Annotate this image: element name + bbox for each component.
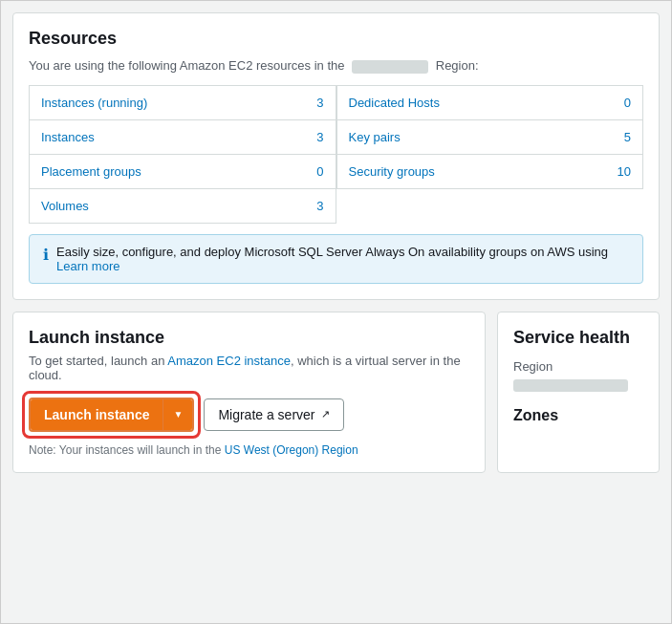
buttons-row: Launch instance ▼ Migrate a server ↗ [29,398,469,432]
ec2-link[interactable]: Amazon EC2 instance [167,354,291,368]
region-redacted [352,60,428,74]
security-groups-count: 10 [618,164,631,179]
launch-btn-wrapper: Launch instance ▼ [29,398,194,432]
launch-instance-button[interactable]: Launch instance [31,399,163,430]
resource-item-instances-running[interactable]: Instances (running) 3 [29,85,336,120]
outer-container: Resources You are using the following Am… [0,0,672,624]
external-link-icon: ↗ [321,408,330,420]
resource-right-column: Dedicated Hosts 0 Key pairs 5 Security g… [336,85,644,223]
launch-btn-outer: Launch instance ▼ [29,398,194,432]
chevron-down-icon: ▼ [173,409,183,420]
migrate-server-button[interactable]: Migrate a server ↗ [204,398,343,431]
bottom-row: Launch instance To get started, launch a… [12,312,660,473]
placement-groups-link[interactable]: Placement groups [41,164,141,179]
resource-item-dedicated-hosts[interactable]: Dedicated Hosts 0 [336,85,644,120]
resource-item-volumes[interactable]: Volumes 3 [29,188,336,224]
dedicated-hosts-link[interactable]: Dedicated Hosts [349,96,440,110]
region-label: Region [513,359,643,374]
resource-item-instances[interactable]: Instances 3 [29,119,336,155]
resource-item-security-groups[interactable]: Security groups 10 [336,154,644,189]
launch-panel: Launch instance To get started, launch a… [12,312,486,473]
info-icon: ℹ [43,246,49,264]
service-health-panel: Service health Region Zones [497,312,660,473]
placement-groups-count: 0 [316,164,323,179]
migrate-server-label: Migrate a server [218,407,314,422]
instances-link[interactable]: Instances [41,130,95,144]
resources-subtitle: You are using the following Amazon EC2 r… [29,58,643,74]
resource-item-placement-groups[interactable]: Placement groups 0 [29,154,336,189]
resource-item-key-pairs[interactable]: Key pairs 5 [336,119,644,155]
key-pairs-count: 5 [624,130,631,144]
security-groups-link[interactable]: Security groups [349,164,435,179]
zones-label: Zones [513,407,643,424]
instances-running-link[interactable]: Instances (running) [41,96,147,110]
dedicated-hosts-count: 0 [624,96,631,110]
resource-grid: Instances (running) 3 Instances 3 Placem… [29,85,643,223]
instances-running-count: 3 [316,96,323,110]
resource-left-column: Instances (running) 3 Instances 3 Placem… [29,85,336,223]
info-banner: ℹ Easily size, configure, and deploy Mic… [29,234,643,284]
launch-note: Note: Your instances will launch in the … [29,443,469,457]
resources-panel: Resources You are using the following Am… [12,12,660,300]
launch-instance-title: Launch instance [29,328,469,348]
volumes-count: 3 [316,199,323,213]
region-link[interactable]: US West (Oregon) Region [225,443,358,457]
region-value-redacted [513,379,628,392]
volumes-link[interactable]: Volumes [41,199,89,213]
service-health-title: Service health [513,328,643,348]
resources-title: Resources [29,29,643,49]
launch-instance-dropdown[interactable]: ▼ [163,399,192,430]
instances-count: 3 [316,130,323,144]
learn-more-link[interactable]: Learn more [56,259,119,273]
launch-instance-subtitle: To get started, launch an Amazon EC2 ins… [29,354,469,382]
info-banner-content: Easily size, configure, and deploy Micro… [56,245,608,273]
key-pairs-link[interactable]: Key pairs [349,130,401,144]
